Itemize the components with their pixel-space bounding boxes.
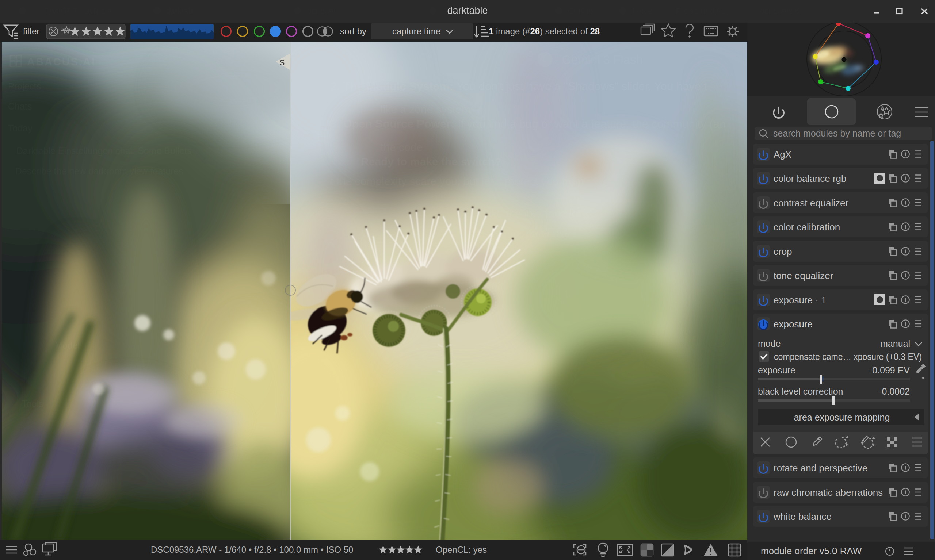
svg-text:search modules by name or tag: search modules by name or tag (773, 128, 901, 138)
svg-text:black level correction: black level correction (758, 386, 843, 397)
svg-text:color balance rgb: color balance rgb (773, 173, 846, 184)
svg-text:Model: Model (55, 340, 80, 351)
svg-text:AgX: AgX (773, 149, 792, 160)
svg-text:-0.099 EV: -0.099 EV (869, 365, 910, 375)
svg-text:OpenCL: yes: OpenCL: yes (436, 545, 487, 554)
svg-text:darktable 5: darktable 5 (760, 6, 799, 15)
svg-text:1 image (#26) selected of 28: 1 image (#26) selected of 28 (489, 26, 600, 36)
svg-text:exposure: exposure (773, 319, 813, 330)
svg-text:t the complexity scare you, bu: t the complexity scare you, but let it p… (331, 175, 584, 187)
svg-text:se how your particular: se how your particular (464, 228, 571, 240)
svg-text:rotate and perspective: rotate and perspective (773, 463, 867, 474)
svg-text:exposure · 1: exposure · 1 (773, 295, 827, 306)
svg-text:contrast equalizer: contrast equalizer (773, 197, 849, 208)
svg-text:ChatGPT - Schreib: ChatGPT - Schreib (44, 6, 111, 15)
svg-text:Preise und Ab: Preise und Ab (676, 6, 726, 15)
svg-text:filter: filter (23, 26, 39, 36)
svg-text:-0.0002: -0.0002 (879, 386, 910, 397)
svg-text:raw chromatic aberrations: raw chromatic aberrations (773, 487, 883, 498)
svg-text:Fotos: Fotos (632, 6, 652, 15)
svg-text:ABACUS.AI: ABACUS.AI (27, 56, 96, 68)
svg-text:the code: the code (380, 141, 422, 153)
svg-text:Ready to make the switch?: Ready to make the switch? (361, 155, 501, 168)
svg-text:to make the interface look: to make the interface look (464, 207, 590, 219)
svg-text:Darktable Einstellungen chat:: Darktable Einstellungen chat: Some Bulle… (17, 146, 191, 156)
svg-text:2. The Module System: You don: 2. The Module System: You don't just hav… (331, 80, 707, 93)
svg-text:mode: mode (758, 338, 781, 349)
svg-text:area exposure mapping: area exposure mapping (794, 412, 890, 422)
svg-text:Chats: Chats (8, 101, 32, 111)
svg-text:s: s (280, 57, 285, 68)
svg-text:crop: crop (773, 246, 792, 257)
svg-text:module order v5.0 RAW: module order v5.0 RAW (761, 545, 862, 556)
svg-text:GitHub: GitHub (568, 6, 593, 15)
svg-text:3. Open Source Power: If you: 3. Open Source Power: If you find a bug … (331, 118, 726, 130)
svg-text:darktable: darktable (447, 5, 488, 16)
svg-text:sort by: sort by (340, 26, 366, 36)
svg-text:manual: manual (880, 338, 910, 349)
svg-text:Describe the new darkroom view: Describe the new darkroom view features (15, 166, 183, 176)
svg-text:Tools: Tools (22, 398, 43, 409)
svg-text:exposure: exposure (758, 365, 795, 375)
svg-text:tone equalizer: tone equalizer (773, 270, 833, 281)
svg-text:Projects: Projects (8, 81, 41, 91)
svg-text:darktab: darktab (166, 6, 193, 15)
svg-text:Gemini 3 Flash: Gemini 3 Flash (562, 53, 643, 66)
svg-text:color calibration: color calibration (773, 222, 840, 232)
svg-text:Today: Today (8, 123, 32, 133)
svg-text:capture time: capture time (392, 26, 441, 36)
svg-text:white balance: white balance (773, 511, 832, 522)
svg-text:DSC09536.ARW - 1/640 • f/2.8 •: DSC09536.ARW - 1/640 • f/2.8 • 100.0 mm … (151, 545, 353, 554)
svg-text:like a zone system: like a zone system (380, 103, 471, 115)
svg-text:darktabl: darktabl (307, 6, 335, 15)
svg-text:compensate came… xposure (+0.3: compensate came… xposure (+0.3 EV) (774, 352, 922, 362)
